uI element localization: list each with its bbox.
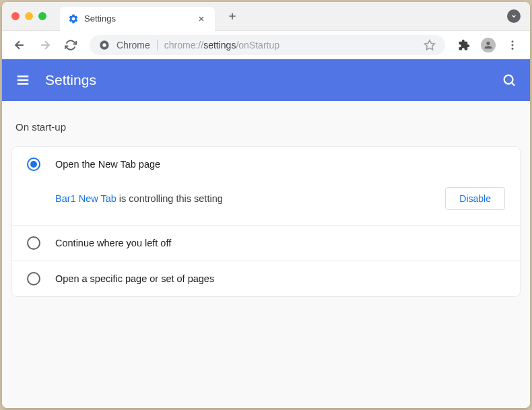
toolbar: Chrome chrome://settings/onStartup (2, 31, 530, 59)
startup-card: Open the New Tab page Bar1 New Tab is co… (11, 146, 521, 297)
chrome-icon (99, 40, 110, 50)
svg-point-4 (512, 44, 514, 46)
radio-label: Continue where you left off (55, 238, 171, 248)
window-controls (2, 12, 46, 20)
url-text: chrome://settings/onStartup (164, 40, 279, 50)
svg-line-10 (512, 83, 514, 86)
radio-button[interactable] (27, 236, 40, 250)
radio-label: Open the New Tab page (55, 159, 160, 170)
radio-option-new-tab[interactable]: Open the New Tab page (12, 147, 520, 182)
extensions-button[interactable] (453, 34, 475, 56)
radio-button[interactable] (27, 158, 40, 171)
svg-point-1 (102, 43, 106, 46)
svg-point-3 (512, 40, 514, 42)
minimize-window-button[interactable] (25, 12, 33, 20)
browser-tab[interactable]: Settings (60, 7, 215, 31)
titlebar: Settings (2, 2, 530, 31)
hamburger-menu-button[interactable] (15, 73, 30, 88)
extension-notice: Bar1 New Tab is controlling this setting… (12, 182, 520, 225)
new-tab-button[interactable] (223, 7, 242, 26)
reload-button[interactable] (60, 34, 81, 56)
search-button[interactable] (502, 73, 517, 88)
radio-option-continue[interactable]: Continue where you left off (12, 226, 520, 261)
url-scheme-label: Chrome (117, 40, 150, 50)
divider (157, 40, 158, 50)
extension-message: Bar1 New Tab is controlling this setting (55, 193, 223, 204)
close-tab-button[interactable] (196, 13, 207, 24)
svg-point-5 (512, 47, 514, 49)
tab-overflow-button[interactable] (507, 9, 521, 23)
address-bar[interactable]: Chrome chrome://settings/onStartup (90, 35, 445, 55)
svg-marker-2 (425, 40, 435, 49)
menu-button[interactable] (502, 34, 523, 56)
forward-button[interactable] (34, 34, 56, 56)
radio-button[interactable] (27, 272, 40, 285)
toolbar-actions (453, 34, 523, 56)
browser-window: Settings Chrome chrome://setti (2, 2, 530, 408)
avatar-icon (481, 38, 496, 53)
radio-option-specific-pages[interactable]: Open a specific page or set of pages (12, 261, 520, 296)
profile-button[interactable] (477, 34, 499, 56)
section-title: On start-up (11, 121, 521, 133)
close-window-button[interactable] (11, 12, 20, 20)
disable-button[interactable]: Disable (445, 187, 505, 210)
maximize-window-button[interactable] (38, 12, 46, 20)
radio-inner (30, 161, 37, 168)
settings-header: Settings (2, 59, 530, 101)
bookmark-star-icon[interactable] (424, 39, 436, 51)
gear-icon (68, 13, 79, 24)
tab-title: Settings (84, 13, 191, 24)
page-title: Settings (45, 72, 96, 88)
back-button[interactable] (9, 34, 30, 56)
svg-point-9 (504, 75, 513, 84)
radio-label: Open a specific page or set of pages (55, 273, 214, 284)
extension-link[interactable]: Bar1 New Tab (55, 193, 117, 204)
settings-content: On start-up Open the New Tab page Bar1 N… (2, 101, 530, 408)
